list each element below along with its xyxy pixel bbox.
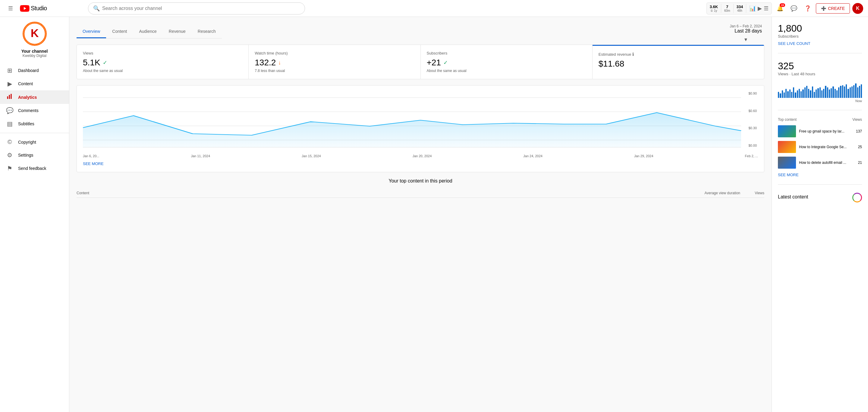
see-live-count-link[interactable]: SEE LIVE COUNT [778, 41, 810, 46]
content-item-1[interactable]: Free up gmail space by lar... 137 [778, 125, 862, 137]
col-header-avg: Average view duration [575, 191, 741, 195]
mini-bar [795, 93, 796, 98]
stat-views: 3.6K ① 1y [710, 4, 718, 12]
analytics-main: Overview Content Audience Revenue Resear… [69, 17, 772, 412]
subscribers-change: About the same as usual [427, 69, 586, 73]
bar-chart-icon: 📊 [749, 5, 756, 12]
mini-bar [812, 87, 813, 98]
content-thumb-3 [778, 157, 796, 169]
now-label: Now [778, 99, 862, 103]
mini-bar [831, 88, 832, 98]
tab-revenue[interactable]: Revenue [163, 25, 192, 38]
see-more-top-content-link[interactable]: SEE MORE [778, 173, 799, 177]
stats-cards: Views 5.1K ✓ About the same as usual Wat… [76, 44, 764, 79]
chevron-down-icon: ▾ [744, 36, 747, 43]
svg-text:K: K [30, 27, 38, 39]
content-views-3: 21 [858, 161, 862, 165]
ring-icon [852, 193, 862, 202]
stat-card-revenue: Estimated revenue ℹ $11.68 [592, 45, 764, 79]
top-content-title: Your top content in this period [76, 178, 764, 184]
help-button[interactable]: ❓ [802, 3, 813, 14]
see-more-chart-link[interactable]: SEE MORE [83, 162, 104, 166]
top-content-header: Top content Views [778, 117, 862, 122]
latest-content-title: Latest content [778, 194, 808, 200]
top-content-views-col: Views [852, 117, 862, 122]
avatar[interactable]: K [852, 3, 863, 14]
mini-bar [791, 92, 792, 98]
mini-bar [836, 90, 838, 98]
tab-content[interactable]: Content [106, 25, 133, 38]
create-icon: ➕ [821, 6, 826, 11]
header-stats: 3.6K ① 1y 7 60m 334 48h 📊 ▶ ☰ [707, 2, 772, 14]
svg-rect-3 [9, 95, 10, 99]
right-top-content: Top content Views Free up gmail space by… [778, 117, 862, 184]
sidebar: K Your channel Kwebby Digital ⊞ Dashboar… [0, 17, 69, 412]
search-bar[interactable]: 🔍 [88, 2, 305, 14]
date-range-button[interactable]: Jan 6 – Feb 2, 2024 Last 28 days ▾ [727, 23, 764, 44]
chart-x-labels: Jan 6, 20... Jan 11, 2024 Jan 15, 2024 J… [83, 152, 758, 158]
subscribers-status-icon: ✓ [443, 59, 448, 66]
comments-icon: 💬 [6, 107, 13, 114]
info-icon: ℹ [632, 52, 634, 57]
mini-bar [853, 85, 855, 98]
logo[interactable]: Studio [20, 5, 47, 12]
content-item-2[interactable]: How to Integrate Google Se... 25 [778, 141, 862, 153]
message-button[interactable]: 💬 [788, 3, 800, 14]
mini-bar [817, 88, 818, 98]
mini-bar [829, 90, 830, 98]
notifications-button[interactable]: 🔔 15 [774, 3, 786, 14]
content-item-3[interactable]: How to delete autofill email ... 21 [778, 157, 862, 169]
sidebar-item-comments-label: Comments [18, 108, 38, 113]
mini-bar [838, 87, 839, 98]
views-value: 5.1K [83, 58, 100, 67]
sidebar-item-content[interactable]: ▶ Content [0, 77, 69, 90]
sidebar-item-settings[interactable]: ⚙ Settings [0, 148, 69, 162]
mini-bar [793, 87, 794, 98]
mini-bar [784, 93, 785, 98]
views-status-icon: ✓ [103, 59, 107, 66]
create-button[interactable]: ➕ CREATE [816, 3, 850, 13]
content-icon: ▶ [6, 80, 13, 87]
header-left: ☰ Studio [5, 3, 83, 14]
youtube-logo-icon [20, 5, 30, 12]
logo-text: Studio [31, 5, 47, 12]
analytics-container: Overview Content Audience Revenue Resear… [69, 17, 868, 412]
tab-research[interactable]: Research [192, 25, 222, 38]
chart-y-labels: $0.90 $0.60 $0.30 $0.00 [743, 92, 758, 147]
sidebar-item-settings-label: Settings [18, 153, 33, 158]
tab-overview[interactable]: Overview [76, 25, 106, 38]
sidebar-item-copyright[interactable]: © Copyright [0, 136, 69, 148]
search-input[interactable] [102, 6, 300, 11]
hamburger-menu[interactable]: ☰ [5, 3, 16, 14]
tab-audience[interactable]: Audience [133, 25, 162, 38]
sidebar-item-feedback[interactable]: ⚑ Send feedback [0, 162, 69, 175]
stat-divider-2 [733, 4, 734, 13]
subscribers-count: 1,800 [778, 23, 862, 34]
col-header-views: Views [740, 191, 764, 195]
content-views-2: 25 [858, 145, 862, 149]
mini-bar [844, 87, 845, 98]
stat-watch: 7 60m [724, 4, 730, 12]
watchtime-change: 7.8 less than usual [255, 69, 414, 73]
analytics-tabs: Overview Content Audience Revenue Resear… [76, 25, 222, 39]
content-info-1: Free up gmail space by lar... [799, 129, 853, 133]
search-icon: 🔍 [93, 5, 100, 12]
sidebar-item-comments[interactable]: 💬 Comments [0, 104, 69, 117]
sidebar-item-analytics[interactable]: Analytics [0, 90, 69, 104]
mini-bar [814, 92, 815, 98]
sidebar-item-subtitles[interactable]: ▤ Subtitles [0, 117, 69, 130]
stat-card-subscribers: Subscribers +21 ✓ About the same as usua… [421, 45, 592, 79]
views-48h-count: 325 [778, 61, 862, 72]
mini-bar [819, 87, 821, 98]
chart-area: $0.90 $0.60 $0.30 $0.00 [83, 92, 758, 152]
chart-container: $0.90 $0.60 $0.30 $0.00 Jan 6, 20... Jan… [76, 85, 764, 172]
mini-bar [835, 89, 836, 98]
play-icon: ▶ [758, 5, 762, 12]
analytics-sidebar: 1,800 Subscribers SEE LIVE COUNT 325 Vie… [772, 17, 868, 412]
sidebar-item-content-label: Content [18, 81, 33, 86]
channel-avatar[interactable]: K [23, 22, 47, 46]
settings-icon: ⚙ [6, 151, 13, 159]
mini-bar [823, 89, 824, 98]
watchtime-status-icon: ↓ [278, 60, 281, 66]
sidebar-item-dashboard[interactable]: ⊞ Dashboard [0, 64, 69, 77]
